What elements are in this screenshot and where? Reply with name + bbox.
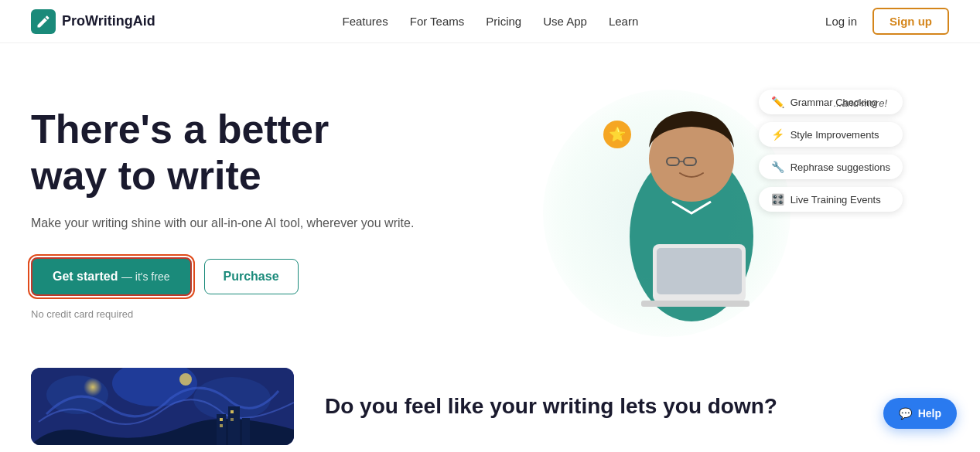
hero-title: There's a better way to write [31, 107, 433, 199]
nav-links: Features For Teams Pricing Use App Learn [343, 15, 639, 29]
nav-right: Log in Sign up [825, 8, 949, 35]
feature-pill-style: ⚡ Style Improvements [759, 122, 903, 147]
hero-section: There's a better way to write Make your … [0, 43, 980, 352]
svg-rect-6 [657, 248, 742, 294]
hero-illustration: ⭐ ...and more! ✏️ Grammar Checking ⚡ Sty… [433, 74, 949, 352]
starry-night-image [31, 368, 294, 445]
hero-content: There's a better way to write Make your … [31, 107, 433, 321]
and-more-text: ...and more! [834, 97, 887, 109]
bottom-section: Do you feel like your writing lets you d… [0, 352, 980, 452]
svg-rect-19 [230, 410, 234, 413]
person-illustration [606, 82, 777, 345]
nav-learn[interactable]: Learn [609, 15, 638, 28]
training-icon: 🎛️ [771, 193, 784, 206]
logo-text: ProWritingAid [62, 13, 155, 29]
purchase-button[interactable]: Purchase [204, 259, 299, 294]
bottom-right: Do you feel like your writing lets you d… [325, 394, 949, 419]
help-icon: 💬 [899, 407, 912, 420]
bottom-title: Do you feel like your writing lets you d… [325, 394, 949, 419]
feature-pills: ...and more! ✏️ Grammar Checking ⚡ Style… [759, 90, 903, 212]
hero-buttons: Get started — it's free Purchase [31, 257, 433, 296]
artwork-svg [31, 368, 294, 445]
navbar: ProWritingAid Features For Teams Pricing… [0, 0, 980, 43]
svg-rect-16 [242, 418, 250, 445]
grammar-icon: ✏️ [771, 96, 784, 108]
svg-rect-7 [641, 301, 750, 307]
nav-use-app[interactable]: Use App [543, 15, 587, 28]
feature-pill-rephrase: 🔧 Rephrase suggestions [759, 155, 903, 179]
feature-pill-training: 🎛️ Live Training Events [759, 187, 903, 212]
style-icon: ⚡ [771, 128, 784, 141]
nav-for-teams[interactable]: For Teams [410, 15, 465, 28]
svg-rect-15 [228, 406, 240, 445]
get-started-button[interactable]: Get started — it's free [31, 257, 192, 296]
login-link[interactable]: Log in [825, 15, 857, 28]
bottom-image [31, 368, 294, 445]
logo-icon [31, 9, 56, 34]
svg-point-13 [179, 373, 192, 386]
nav-pricing[interactable]: Pricing [486, 15, 521, 28]
svg-rect-18 [220, 424, 223, 427]
star-badge: ⭐ [603, 121, 631, 148]
svg-point-12 [84, 378, 102, 396]
hero-subtitle: Make your writing shine with our all-in-… [31, 214, 433, 233]
no-credit-text: No credit card required [31, 308, 433, 320]
rephrase-icon: 🔧 [771, 161, 784, 173]
svg-rect-17 [220, 418, 223, 421]
signup-button[interactable]: Sign up [872, 8, 949, 35]
nav-features[interactable]: Features [343, 15, 388, 28]
logo-link[interactable]: ProWritingAid [31, 9, 155, 34]
svg-rect-20 [230, 418, 234, 421]
help-button[interactable]: 💬 Help [883, 398, 957, 429]
help-label: Help [918, 407, 941, 420]
